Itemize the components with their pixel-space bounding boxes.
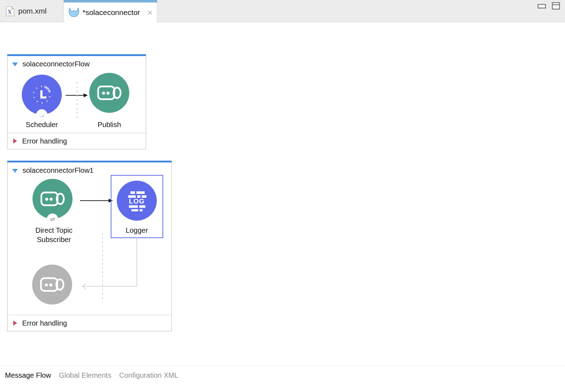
- error-handling-row[interactable]: Error handling: [8, 133, 146, 149]
- dropzone-dashed-line: [76, 82, 78, 120]
- tab-message-flow[interactable]: Message Flow: [5, 371, 51, 392]
- node-label-logger: Logger: [111, 226, 163, 235]
- view-tabs-bar: Message Flow Global Elements Configurati…: [0, 366, 565, 392]
- node-logger[interactable]: LOG: [117, 181, 157, 221]
- node-label-scheduler: Scheduler: [13, 120, 70, 129]
- log-icon: LOG: [126, 190, 148, 212]
- node-direct-topic-subscriber[interactable]: [32, 179, 72, 219]
- flow-title: solaceconnectorFlow1: [22, 166, 94, 175]
- xml-file-icon: X: [6, 6, 15, 16]
- node-publish[interactable]: [89, 73, 129, 113]
- close-tab-icon[interactable]: ×: [147, 8, 152, 17]
- node-scheduler[interactable]: [22, 75, 62, 115]
- collapse-flow-icon[interactable]: [12, 62, 18, 66]
- node-label-publish: Publish: [81, 120, 138, 129]
- mule-icon: [68, 7, 80, 18]
- one-way-arrow-icon: →: [38, 111, 45, 119]
- flow-title: solaceconnectorFlow: [22, 60, 90, 68]
- tab-solaceconnector[interactable]: *solaceconnector ×: [64, 0, 157, 22]
- source-badge: →: [36, 109, 48, 121]
- return-connection-line: [80, 238, 139, 291]
- two-way-arrow-icon: ⇌: [50, 215, 55, 223]
- minimize-icon[interactable]: [538, 4, 546, 9]
- expand-error-handling-icon[interactable]: [13, 139, 17, 144]
- window-controls: [538, 2, 560, 10]
- solace-drum-icon: [97, 84, 122, 102]
- scheduler-clock-icon: [31, 84, 52, 105]
- active-tab-highlight: [64, 0, 157, 2]
- solace-drum-icon: [40, 275, 65, 294]
- solace-drum-icon: [40, 190, 65, 208]
- error-handling-label: Error handling: [22, 137, 67, 145]
- anypoint-studio-editor: X pom.xml *solaceconnector ×: [0, 0, 565, 392]
- tab-label: *solaceconnector: [82, 8, 140, 17]
- tab-configuration-xml[interactable]: Configuration XML: [119, 371, 179, 392]
- node-ghost-connector[interactable]: [32, 265, 72, 305]
- tab-label: pom.xml: [18, 7, 46, 15]
- flow-header: solaceconnectorFlow: [8, 56, 146, 68]
- error-handling-label: Error handling: [22, 319, 67, 327]
- svg-text:X: X: [8, 9, 12, 15]
- tab-global-elements[interactable]: Global Elements: [59, 371, 111, 392]
- maximize-icon[interactable]: [552, 2, 560, 10]
- svg-text:LOG: LOG: [129, 197, 145, 205]
- flow-header: solaceconnectorFlow1: [8, 162, 171, 175]
- tab-pom-xml[interactable]: X pom.xml: [0, 0, 64, 22]
- error-handling-row[interactable]: Error handling: [8, 315, 171, 331]
- collapse-flow-icon[interactable]: [12, 169, 18, 173]
- flow-arrow: [80, 198, 114, 203]
- expand-error-handling-icon[interactable]: [13, 321, 17, 326]
- source-badge: ⇌: [47, 213, 58, 225]
- editor-tab-bar: X pom.xml *solaceconnector ×: [0, 0, 565, 22]
- node-label-direct-topic-subscriber: Direct Topic Subscriber: [22, 226, 86, 244]
